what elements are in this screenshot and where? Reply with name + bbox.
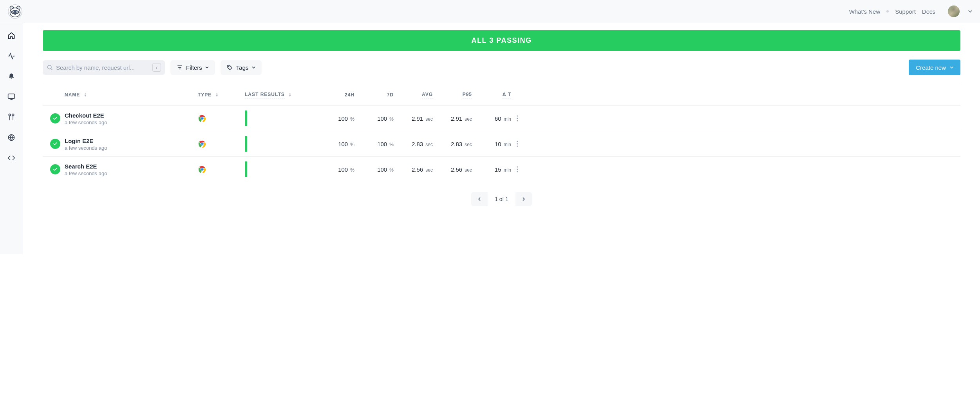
check-time: a few seconds ago [65,145,198,151]
sidebar [0,23,23,254]
svg-point-26 [201,118,203,120]
raccoon-logo-icon [8,4,22,19]
metric-p95: 2.56 sec [433,166,472,173]
chrome-icon [198,140,206,148]
col-name-label: NAME [65,92,80,98]
logo[interactable] [8,4,22,19]
monitor-icon[interactable] [7,92,16,101]
search-input[interactable] [56,64,152,71]
chevron-down-icon [205,66,209,69]
tags-button[interactable]: Tags [221,60,262,75]
table-row[interactable]: Login E2E a few seconds ago 100 % 100 % … [43,131,960,156]
col-avg-label: AVG [422,92,433,98]
tag-icon [227,64,233,71]
check-name: Search E2E [65,162,198,170]
svg-point-29 [517,120,518,121]
result-bar-icon [245,161,247,177]
topbar: What's New Support Docs [0,0,980,23]
dot-separator-icon [886,10,889,13]
svg-point-33 [201,143,203,145]
svg-point-41 [517,166,518,167]
svg-point-42 [517,169,518,170]
last-results-cell [245,136,315,152]
tools-icon[interactable] [7,112,16,122]
activity-icon[interactable] [7,51,16,61]
row-actions-menu[interactable] [517,115,518,121]
chrome-icon [198,114,206,123]
metric-24h: 100 % [315,141,354,147]
user-menu-caret-icon[interactable] [968,10,972,13]
result-bar-icon [245,111,247,126]
svg-point-5 [13,12,14,13]
avatar[interactable] [948,5,960,17]
svg-line-18 [51,69,52,70]
status-passing-icon [50,164,60,174]
metric-dt: 60 min [472,115,511,122]
docs-link[interactable]: Docs [922,8,935,15]
result-bar-icon [245,136,247,152]
col-p95: P95 [433,92,472,98]
table-row[interactable]: Search E2E a few seconds ago 100 % 100 %… [43,156,960,182]
sort-arrows-icon: ▲▼ [84,92,87,97]
search-input-wrap[interactable]: / [43,60,165,75]
check-cell: Checkout E2E a few seconds ago [65,111,198,125]
code-icon[interactable] [7,153,16,163]
metric-avg: 2.83 sec [394,141,433,147]
tags-label: Tags [236,64,249,71]
svg-point-40 [201,169,203,170]
svg-point-34 [517,141,518,142]
col-last-results-label: LAST RESULTS [245,92,285,98]
col-type[interactable]: TYPE ▲▼ [198,92,245,98]
metric-avg: 2.91 sec [394,115,433,122]
svg-point-35 [517,143,518,144]
metric-7d: 100 % [354,115,394,122]
metric-dt: 15 min [472,166,511,173]
col-avg: AVG [394,92,433,98]
bell-icon[interactable] [7,72,16,81]
metric-24h: 100 % [315,115,354,122]
metric-dt: 10 min [472,141,511,147]
chevron-down-icon [252,66,255,69]
check-name: Login E2E [65,137,198,145]
col-p95-label: P95 [463,92,472,98]
col-24h-label: 24H [345,92,354,98]
check-time: a few seconds ago [65,170,198,176]
caret-left-icon [478,197,481,201]
svg-point-6 [16,12,17,13]
check-name: Checkout E2E [65,111,198,120]
toolbar: / Filters Tags Create new [43,60,960,75]
support-link[interactable]: Support [895,8,916,15]
caret-right-icon [522,197,525,201]
check-time: a few seconds ago [65,120,198,125]
main: ALL 3 PASSING / Filters Tags Create new [23,23,980,254]
table-row[interactable]: Checkout E2E a few seconds ago 100 % 100… [43,105,960,131]
globe-icon[interactable] [7,133,16,142]
svg-rect-8 [8,94,15,99]
col-7d-label: 7D [387,92,394,98]
next-page-button[interactable] [515,192,532,206]
row-actions-menu[interactable] [517,141,518,147]
filters-label: Filters [186,64,202,71]
prev-page-button[interactable] [471,192,488,206]
home-icon[interactable] [7,31,16,40]
col-dt: Δ T [472,92,511,98]
svg-point-22 [228,66,229,67]
metric-avg: 2.56 sec [394,166,433,173]
filters-button[interactable]: Filters [170,60,215,75]
row-actions-menu[interactable] [517,166,518,172]
pagination: 1 of 1 [43,192,960,206]
metric-p95: 2.83 sec [433,141,472,147]
check-cell: Search E2E a few seconds ago [65,162,198,176]
chevron-down-icon [950,66,953,69]
chrome-icon [198,165,206,174]
search-icon [47,64,53,71]
create-new-button[interactable]: Create new [909,60,960,75]
page-label: 1 of 1 [488,196,515,202]
metric-7d: 100 % [354,166,394,173]
sort-arrows-icon: ▲▼ [289,92,292,97]
svg-point-43 [517,171,518,172]
col-last-results[interactable]: LAST RESULTS ▲▼ [245,92,315,98]
col-name[interactable]: NAME ▲▼ [65,92,198,98]
status-passing-icon [50,139,60,149]
whats-new-link[interactable]: What's New [849,8,881,15]
